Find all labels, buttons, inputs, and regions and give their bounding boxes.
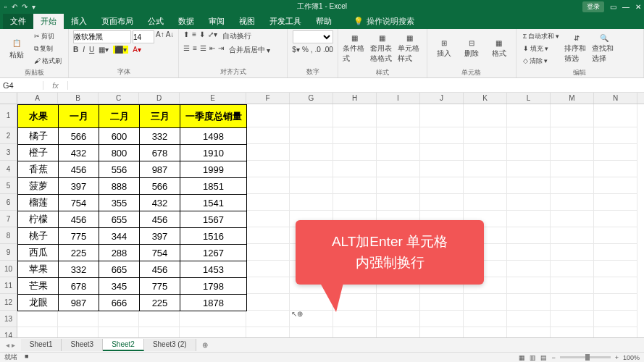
table-cell[interactable]: 355	[99, 195, 140, 211]
table-cell[interactable]: 菠萝	[18, 178, 59, 195]
tab-review[interactable]: 审阅	[201, 14, 232, 29]
table-cell[interactable]: 344	[99, 228, 140, 245]
table-cell[interactable]: 888	[99, 178, 140, 195]
align-left-icon[interactable]: ☰	[183, 44, 190, 56]
row-header-11[interactable]: 11	[0, 277, 17, 294]
table-cell[interactable]: 榴莲	[18, 195, 59, 211]
table-cell[interactable]: 332	[59, 261, 99, 278]
col-header-H[interactable]: H	[333, 93, 377, 104]
table-cell[interactable]: 1851	[180, 178, 247, 195]
row-header-10[interactable]: 10	[0, 261, 17, 277]
comma-icon[interactable]: ,	[311, 46, 313, 54]
insert-cells-button[interactable]: ⊞插入	[432, 30, 456, 67]
sheet-tab[interactable]: Sheet3 (2)	[144, 339, 196, 351]
col-header-M[interactable]: M	[551, 93, 594, 104]
sheet-tab[interactable]: Sheet1	[21, 339, 62, 351]
font-color-button[interactable]: A▾	[133, 46, 141, 54]
table-cell[interactable]: 1999	[180, 161, 247, 178]
align-top-icon[interactable]: ⬆	[183, 30, 189, 42]
table-cell[interactable]: 橘子	[18, 128, 59, 145]
row-header-6[interactable]: 6	[0, 194, 17, 211]
add-sheet-button[interactable]: ⊕	[196, 341, 214, 349]
cut-button[interactable]: ✂剪切	[32, 31, 64, 42]
col-header-K[interactable]: K	[464, 93, 507, 104]
row-header-13[interactable]: 13	[0, 311, 17, 327]
table-cell[interactable]: 橙子	[18, 145, 59, 161]
zoom-level[interactable]: 100%	[623, 354, 640, 361]
find-select-button[interactable]: 🔍查找和选择	[592, 30, 616, 67]
view-normal-icon[interactable]: ▦	[519, 354, 525, 361]
row-header-5[interactable]: 5	[0, 177, 17, 194]
tell-me[interactable]: 💡 操作说明搜索	[348, 14, 420, 29]
table-cell[interactable]: 666	[99, 295, 140, 311]
align-bottom-icon[interactable]: ⬇	[199, 30, 205, 42]
col-header-C[interactable]: C	[99, 93, 139, 104]
table-cell[interactable]: 432	[59, 145, 99, 161]
zoom-slider[interactable]	[560, 356, 611, 358]
view-break-icon[interactable]: ▤	[540, 354, 547, 361]
table-cell[interactable]: 1567	[180, 211, 247, 228]
table-cell[interactable]: 345	[99, 278, 140, 295]
table-cell[interactable]: 665	[99, 261, 140, 278]
qat-more-icon[interactable]: ▾	[32, 3, 35, 11]
table-cell[interactable]: 柠檬	[18, 211, 59, 228]
conditional-format-button[interactable]: ▦条件格式	[343, 30, 367, 67]
macro-record-icon[interactable]: ■	[25, 353, 28, 362]
table-cell[interactable]: 678	[59, 278, 99, 295]
tab-formulas[interactable]: 公式	[141, 14, 171, 29]
decimal-dec-icon[interactable]: .00	[323, 46, 333, 54]
col-header-L[interactable]: L	[507, 93, 551, 104]
format-as-table-button[interactable]: ▦套用表格格式	[370, 30, 395, 67]
name-box[interactable]: G4	[0, 81, 43, 90]
table-header[interactable]: 一季度总销量	[180, 105, 247, 128]
currency-icon[interactable]: $▾	[292, 46, 300, 54]
row-header-9[interactable]: 9	[0, 244, 17, 261]
table-cell[interactable]: 987	[59, 295, 99, 311]
table-cell[interactable]: 566	[140, 178, 180, 195]
align-middle-icon[interactable]: ≡	[192, 30, 196, 42]
cell-styles-button[interactable]: ▦单元格样式	[398, 30, 422, 67]
table-cell[interactable]: 397	[59, 178, 99, 195]
row-header-1[interactable]: 1	[0, 104, 17, 127]
underline-button[interactable]: U	[89, 46, 94, 54]
fill-color-button[interactable]: ⬛▾	[113, 46, 128, 54]
table-cell[interactable]: 1541	[180, 195, 247, 211]
table-cell[interactable]: 1267	[180, 245, 247, 261]
table-cell[interactable]: 1878	[180, 295, 247, 311]
bold-button[interactable]: B	[73, 46, 78, 54]
fill-button[interactable]: ⬇填充▾	[521, 43, 562, 54]
table-cell[interactable]: 1498	[180, 128, 247, 145]
tab-file[interactable]: 文件	[3, 14, 33, 29]
table-cell[interactable]: 1910	[180, 145, 247, 161]
close-icon[interactable]: ✕	[635, 3, 641, 11]
decimal-inc-icon[interactable]: .0	[315, 46, 321, 54]
increase-font-icon[interactable]: A↑	[156, 30, 164, 43]
orientation-icon[interactable]: ⤢▾	[208, 30, 217, 42]
tab-developer[interactable]: 开发工具	[262, 14, 309, 29]
col-header-G[interactable]: G	[290, 93, 333, 104]
table-cell[interactable]: 456	[140, 261, 180, 278]
col-header-J[interactable]: J	[420, 93, 464, 104]
zoom-out-icon[interactable]: −	[551, 354, 555, 361]
format-cells-button[interactable]: ▦格式	[487, 30, 511, 67]
table-cell[interactable]: 桃子	[18, 228, 59, 245]
table-cell[interactable]: 456	[140, 211, 180, 228]
tab-view[interactable]: 视图	[232, 14, 262, 29]
zoom-in-icon[interactable]: +	[615, 354, 619, 361]
redo-icon[interactable]: ↷	[22, 3, 28, 11]
table-cell[interactable]: 432	[140, 195, 180, 211]
sheet-tab[interactable]: Sheet3	[62, 339, 103, 351]
sheet-nav[interactable]: ◂ ▸	[0, 341, 21, 349]
sort-filter-button[interactable]: ⇵排序和筛选	[564, 30, 589, 67]
format-painter-button[interactable]: 🖌格式刷	[32, 56, 64, 67]
table-header[interactable]: 二月	[99, 105, 140, 128]
paste-button[interactable]: 📋 粘贴	[4, 30, 29, 67]
row-header-2[interactable]: 2	[0, 127, 17, 144]
table-header[interactable]: 水果	[18, 105, 59, 128]
table-cell[interactable]: 456	[59, 211, 99, 228]
percent-icon[interactable]: %	[302, 46, 309, 54]
col-header-B[interactable]: B	[58, 93, 99, 104]
table-cell[interactable]: 香蕉	[18, 161, 59, 178]
table-cell[interactable]: 775	[59, 228, 99, 245]
table-cell[interactable]: 芒果	[18, 278, 59, 295]
